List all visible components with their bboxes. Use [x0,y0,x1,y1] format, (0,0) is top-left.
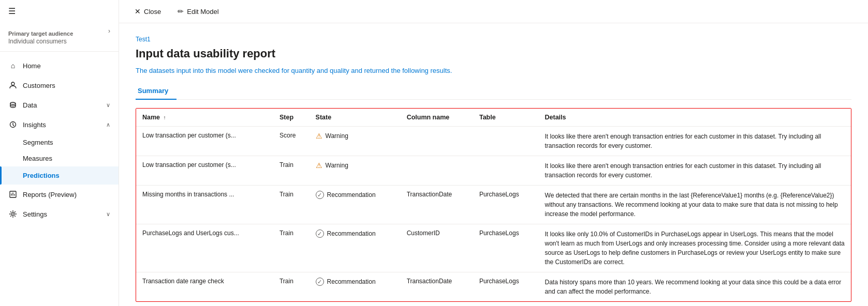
main-content: ✕ Close ✏ Edit Model Test1 Input data us… [119,0,868,306]
page-content: Test1 Input data usability report The da… [119,23,868,306]
reports-icon [8,190,18,199]
cell-name: Transaction date range check [136,272,273,302]
sidebar-item-predictions[interactable]: Predictions [0,166,119,185]
sidebar-label-settings: Settings [23,210,101,218]
cell-step: Train [273,186,310,224]
data-expand-icon: ∨ [106,102,110,109]
cell-column-name [401,127,473,156]
cell-name: Low transaction per customer (s... [136,127,273,156]
cell-step: Train [273,224,310,272]
hamburger-menu[interactable]: ☰ [0,0,119,22]
cell-step: Score [273,127,310,156]
sidebar-label-customers: Customers [23,82,110,89]
cell-table: PurchaseLogs [473,224,539,272]
table-header-row: Name ↑ Step State Column name Table Deta… [136,109,851,127]
sidebar-item-data[interactable]: Data ∨ [0,95,119,115]
warning-icon: ⚠ [316,161,322,170]
column-header-step[interactable]: Step [273,109,310,127]
table-row: Low transaction per customer (s...Score⚠… [136,127,851,156]
cell-column-name: TransactionDate [401,186,473,224]
sidebar-item-segments[interactable]: Segments [0,134,119,150]
page-title: Input data usability report [136,47,851,60]
settings-expand-icon: ∨ [106,211,110,218]
cell-details: We detected that there are certain month… [539,186,851,224]
warning-icon: ⚠ [316,132,322,140]
close-icon: ✕ [135,7,141,16]
cell-column-name [401,156,473,186]
state-label: Recommendation [327,191,376,198]
recommendation-icon: ✓ [316,230,324,238]
cell-details: It looks like there aren't enough transa… [539,127,851,156]
settings-icon [8,209,18,219]
state-label: Recommendation [327,278,376,285]
edit-icon: ✏ [178,7,184,16]
sidebar-item-customers[interactable]: Customers [0,75,119,95]
sidebar-item-reports[interactable]: Reports (Preview) [0,185,119,204]
cell-name: Missing months in transactions ... [136,186,273,224]
sidebar-header: Primary target audience Individual consu… [0,22,119,52]
cell-name: Low transaction per customer (s... [136,156,273,186]
sidebar-label-reports: Reports (Preview) [23,191,110,198]
tab-bar: Summary [136,83,851,100]
column-header-table[interactable]: Table [473,109,539,127]
insights-icon [8,120,18,129]
close-label: Close [144,8,161,16]
cell-state: ✓Recommendation [310,186,401,224]
sidebar-item-home[interactable]: ⌂ Home [0,56,119,75]
column-header-column-name[interactable]: Column name [401,109,473,127]
sidebar-label-home: Home [23,62,110,70]
sidebar-label-insights: Insights [23,121,101,129]
breadcrumb[interactable]: Test1 [136,36,851,43]
primary-audience-label: Primary target audience [8,30,110,37]
data-table-wrapper: Name ↑ Step State Column name Table Deta… [136,108,851,302]
recommendation-icon: ✓ [316,191,324,199]
edit-model-button[interactable]: ✏ Edit Model [174,5,222,18]
cell-table: PurchaseLogs [473,272,539,302]
cell-name: PurchaseLogs and UserLogs cus... [136,224,273,272]
cell-step: Train [273,272,310,302]
cell-table [473,156,539,186]
cell-state: ✓Recommendation [310,272,401,302]
cell-state: ⚠Warning [310,156,401,186]
table-row: Missing months in transactions ...Train✓… [136,186,851,224]
cell-table: PurchaseLogs [473,186,539,224]
sidebar-item-measures[interactable]: Measures [0,150,119,166]
home-icon: ⌂ [8,61,18,70]
state-label: Recommendation [327,230,376,237]
sidebar-item-settings[interactable]: Settings ∨ [0,204,119,224]
cell-details: It looks like only 10.0% of CustomerIDs … [539,224,851,272]
svg-point-0 [11,82,14,85]
state-label: Warning [326,162,348,169]
sidebar-item-insights[interactable]: Insights ∧ [0,115,119,134]
header-chevron-icon[interactable]: › [108,27,110,35]
cell-table [473,127,539,156]
edit-label: Edit Model [187,8,218,16]
svg-point-4 [12,213,14,216]
cell-details: It looks like there aren't enough transa… [539,156,851,186]
tab-summary[interactable]: Summary [136,83,176,100]
recommendation-icon: ✓ [316,278,324,286]
state-label: Warning [326,132,348,140]
sidebar-label-predictions: Predictions [23,172,110,179]
topbar: ✕ Close ✏ Edit Model [119,0,868,23]
cell-column-name: TransactionDate [401,272,473,302]
cell-state: ✓Recommendation [310,224,401,272]
sidebar: ☰ Primary target audience Individual con… [0,0,119,306]
data-table: Name ↑ Step State Column name Table Deta… [136,109,851,301]
table-row: Transaction date range checkTrain✓Recomm… [136,272,851,302]
data-icon [8,100,18,110]
table-row: PurchaseLogs and UserLogs cus...Train✓Re… [136,224,851,272]
sidebar-label-data: Data [23,101,101,109]
column-header-details[interactable]: Details [539,109,851,127]
page-description: The datasets input into this model were … [136,67,851,74]
table-row: Low transaction per customer (s...Train⚠… [136,156,851,186]
cell-column-name: CustomerID [401,224,473,272]
svg-point-1 [10,102,16,104]
cell-details: Data history spans more than 10 years. W… [539,272,851,302]
column-header-state[interactable]: State [310,109,401,127]
column-header-name[interactable]: Name ↑ [136,109,273,127]
close-button[interactable]: ✕ Close [131,5,164,18]
insights-expand-icon: ∧ [106,121,110,128]
secondary-audience-label: Individual consumers › [8,38,110,45]
customers-icon [8,81,18,90]
